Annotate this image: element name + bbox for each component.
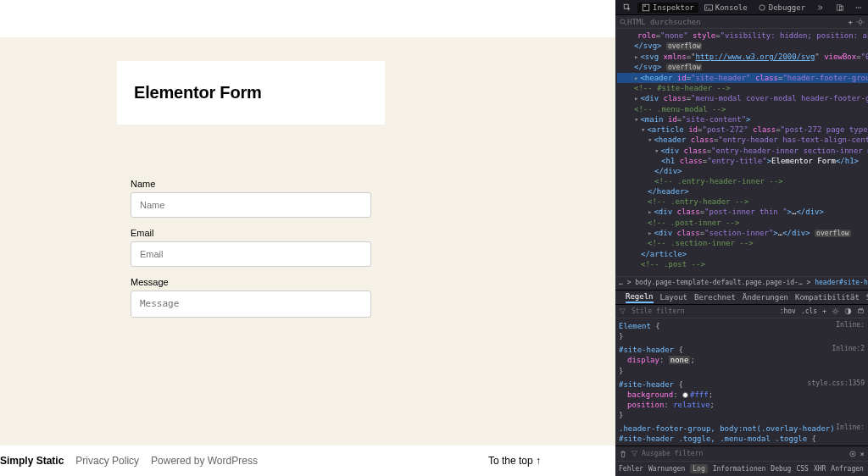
svg-point-4 <box>760 4 765 9</box>
add-class-icon[interactable]: + <box>822 307 826 315</box>
more-icon[interactable] <box>850 3 867 13</box>
dom-line[interactable]: </header> <box>617 186 868 196</box>
dom-line[interactable]: ▾<article id="post-272" class="post-272 … <box>617 125 868 135</box>
tabs-overflow-icon[interactable] <box>811 3 828 13</box>
footer: Simply Static Privacy Policy Powered by … <box>0 446 615 476</box>
console-filter-informationen[interactable]: Informationen <box>713 465 766 473</box>
dom-tree[interactable]: role="none" style="visibility: hidden; p… <box>615 29 868 276</box>
dom-line[interactable]: <!-- .post-inner --> <box>617 218 868 228</box>
title-card: Elementor Form <box>117 61 385 125</box>
console-filter-xhr[interactable]: XHR <box>814 465 826 473</box>
dom-line[interactable]: ▾<header class="entry-header has-text-al… <box>617 135 868 145</box>
console-filter-anfragen[interactable]: Anfragen <box>831 465 864 473</box>
styles-filter-row: :hov .cls + <box>615 305 868 318</box>
breadcrumb-prefix: … > body.page-template-default.page.page… <box>619 279 810 286</box>
input-email[interactable] <box>131 241 371 267</box>
label-message: Message <box>131 277 371 287</box>
tab-anderungen[interactable]: Änderungen <box>743 293 788 302</box>
styles-tabs: Regeln Layout Berechnet Änderungen Kompa… <box>615 290 868 305</box>
console-filters: FehlerWarnungenLogInformationenDebugCSSX… <box>615 461 868 476</box>
dom-line[interactable]: <!-- .post --> <box>617 259 868 269</box>
dom-line[interactable]: ▸<div class="menu-modal cover-modal head… <box>617 93 868 104</box>
css-rule[interactable]: style.css:1359#site-header {background: … <box>619 379 865 421</box>
dom-line[interactable]: ▸<div class="section-inner">…</div> over… <box>617 228 868 239</box>
dom-line[interactable]: <!-- .menu-modal --> <box>617 104 868 114</box>
dom-line[interactable]: </div> <box>617 166 868 176</box>
dom-line[interactable]: </svg> overflow <box>617 41 868 52</box>
css-rule[interactable]: Inline:2#site-header {display: none;} <box>619 345 865 375</box>
responsive-icon[interactable] <box>832 3 849 13</box>
svg-point-9 <box>860 7 862 8</box>
page-preview: Elementor Form Name Email Message Sim <box>0 0 615 476</box>
dom-search-row: + <box>615 15 868 29</box>
dom-line[interactable]: <!-- #site-header --> <box>617 83 868 93</box>
console-filter-log[interactable]: Log <box>690 464 707 473</box>
dom-line[interactable]: role="none" style="visibility: hidden; p… <box>617 30 868 41</box>
tab-debugger[interactable]: Debugger <box>754 3 810 13</box>
pick-element-icon[interactable] <box>619 3 636 13</box>
css-rule[interactable]: Inline:Element {} <box>619 321 865 341</box>
add-rule-icon[interactable]: + <box>849 18 853 26</box>
contrast-icon[interactable] <box>844 307 852 315</box>
light-icon[interactable] <box>832 307 839 315</box>
tab-berechnet[interactable]: Berechnet <box>694 293 736 302</box>
console-settings-icon[interactable] <box>849 450 857 458</box>
form: Name Email Message <box>131 179 371 331</box>
filter-icon <box>619 307 626 315</box>
tab-kompat[interactable]: Kompatibilität <box>795 293 860 302</box>
tab-konsole[interactable]: Konsole <box>700 3 752 13</box>
dom-search-input[interactable] <box>627 18 845 26</box>
page-title: Elementor Form <box>134 83 368 102</box>
console-filter-warnungen[interactable]: Warnungen <box>648 465 685 473</box>
page-whitespace-top <box>0 0 615 37</box>
input-name[interactable] <box>131 192 371 218</box>
dom-line[interactable]: ▾<main id="site-content"> <box>617 114 868 125</box>
tab-debugger-label: Debugger <box>769 3 805 12</box>
breadcrumb-selected: header#site-header.header-footer-group <box>815 279 868 286</box>
console-filter-input[interactable] <box>642 450 742 457</box>
tab-layout[interactable]: Layout <box>660 293 688 302</box>
field-name: Name <box>131 179 371 218</box>
print-icon[interactable] <box>857 307 865 315</box>
css-rule[interactable]: Inline:.header-footer-group, body:not(.o… <box>619 423 865 446</box>
console-bar: × <box>615 446 868 461</box>
trash-icon[interactable] <box>619 450 627 458</box>
tab-regeln[interactable]: Regeln <box>626 292 654 303</box>
cls-toggle[interactable]: .cls <box>801 307 817 315</box>
dom-line[interactable]: </svg> overflow <box>617 62 868 73</box>
textarea-message[interactable] <box>131 291 371 318</box>
close-console-icon[interactable]: × <box>860 450 865 458</box>
footer-powered[interactable]: Powered by WordPress <box>151 455 258 467</box>
svg-point-7 <box>856 7 858 8</box>
styles-filter-input[interactable] <box>632 307 775 315</box>
console-filter-fehler[interactable]: Fehler <box>619 465 643 473</box>
tab-konsole-label: Konsole <box>715 3 748 12</box>
dom-line[interactable]: <!-- .entry-header-inner --> <box>617 176 868 186</box>
dom-line[interactable]: ▾<div class="entry-header-inner section-… <box>617 146 868 156</box>
dom-line[interactable]: <h1 class="entry-title">Elementor Form</… <box>617 156 868 166</box>
field-email: Email <box>131 228 371 267</box>
console-filter-debug[interactable]: Debug <box>771 465 791 473</box>
dom-line[interactable]: </article> <box>617 249 868 259</box>
dom-line[interactable]: ▸<header id="site-header" class="header-… <box>617 73 868 83</box>
search-icon <box>619 18 627 26</box>
page-main: Elementor Form Name Email Message <box>0 37 615 446</box>
footer-brand[interactable]: Simply Static <box>0 455 64 467</box>
label-name: Name <box>131 179 371 189</box>
footer-privacy[interactable]: Privacy Policy <box>75 455 139 467</box>
settings-icon[interactable] <box>856 18 865 26</box>
dom-line[interactable]: ▸<div class="post-inner thin ">…</div> <box>617 207 868 217</box>
dom-breadcrumb[interactable]: … > body.page-template-default.page.page… <box>615 276 868 290</box>
svg-rect-16 <box>860 308 862 310</box>
dom-line[interactable]: ▸<svg xmlns="http://www.w3.org/2000/svg"… <box>617 52 868 62</box>
devtools-panel: Inspektor Konsole Debugger <box>615 0 868 476</box>
dom-line[interactable]: <!-- .section-inner --> <box>617 238 868 248</box>
console-filter-css[interactable]: CSS <box>796 465 808 473</box>
svg-point-8 <box>858 7 860 8</box>
dom-line[interactable]: <!-- .entry-header --> <box>617 196 868 207</box>
svg-point-13 <box>834 310 837 313</box>
styles-rules[interactable]: Inline:Element {}Inline:2#site-header {d… <box>615 318 868 446</box>
tab-inspektor[interactable]: Inspektor <box>637 3 698 13</box>
to-top-link[interactable]: To the top ↑ <box>488 455 541 467</box>
hov-toggle[interactable]: :hov <box>780 307 796 315</box>
